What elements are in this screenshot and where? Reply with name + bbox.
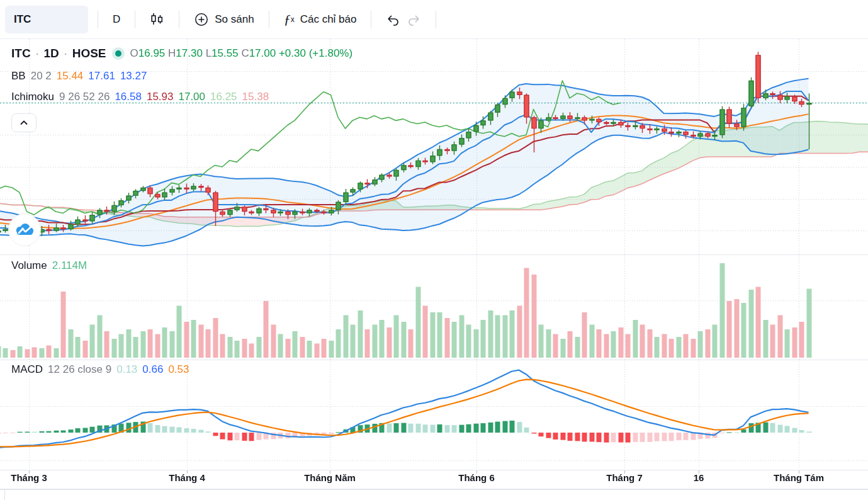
toolbar-divider bbox=[371, 11, 371, 28]
time-axis-label: Tháng Năm bbox=[304, 472, 356, 483]
time-axis-label: 16 bbox=[694, 472, 704, 483]
volume-value: 2.114M bbox=[52, 259, 87, 272]
symbol-legend-row[interactable]: ITC · 1D · HOSE O16.95 H17.30 L15.55 C17… bbox=[11, 47, 352, 60]
ichimoku-name: Ichimoku bbox=[11, 91, 54, 103]
bb-lower-value: 13.27 bbox=[120, 70, 147, 82]
compare-label: So sánh bbox=[215, 13, 254, 26]
time-axis-label: Tháng 7 bbox=[606, 472, 643, 483]
macd-signal-value: 0.53 bbox=[168, 363, 189, 376]
macd-line-value: 0.66 bbox=[142, 363, 163, 376]
time-axis-label: Tháng 3 bbox=[11, 472, 47, 483]
bb-params: 20 2 bbox=[31, 70, 52, 82]
fx-icon: ƒx bbox=[284, 13, 295, 26]
bb-name: BB bbox=[11, 70, 26, 82]
ohlc-values: O16.95 H17.30 L15.55 C17.00 +0.30 (+1.80… bbox=[130, 47, 353, 60]
symbol-search-button[interactable]: ITC bbox=[5, 6, 88, 33]
macd-name: MACD bbox=[11, 363, 43, 376]
redo-button[interactable] bbox=[403, 8, 426, 31]
toolbar: ITC D So sánh ƒx Cá bbox=[0, 0, 868, 39]
macd-histogram-value: 0.13 bbox=[116, 363, 137, 376]
toolbar-divider bbox=[98, 11, 98, 28]
bottom-divider bbox=[4, 490, 5, 500]
ichimoku-leada-value: 16.25 bbox=[210, 91, 237, 103]
collapse-legend-button[interactable] bbox=[11, 113, 37, 132]
cloud-chart-logo-icon bbox=[14, 221, 35, 239]
symbol-label: ITC bbox=[14, 13, 31, 26]
change-value: +0.30 (+1.80%) bbox=[279, 47, 352, 59]
broker-logo-button[interactable] bbox=[8, 213, 41, 246]
trading-chart-app: ITC D So sánh ƒx Cá bbox=[0, 0, 868, 500]
undo-button[interactable] bbox=[381, 8, 403, 31]
bb-legend-row[interactable]: BB 20 2 15.44 17.61 13.27 bbox=[11, 70, 147, 82]
toolbar-divider bbox=[179, 11, 179, 28]
chart-style-button[interactable] bbox=[145, 8, 169, 30]
bottom-strip bbox=[0, 489, 868, 500]
volume-name: Volume bbox=[11, 259, 47, 272]
macd-legend-row[interactable]: MACD 12 26 close 9 0.13 0.66 0.53 bbox=[11, 363, 189, 376]
interval-button[interactable]: D bbox=[108, 9, 125, 30]
bb-upper-value: 17.61 bbox=[88, 70, 115, 82]
compare-button[interactable]: So sánh bbox=[189, 8, 259, 31]
market-status-dot[interactable] bbox=[115, 50, 121, 57]
undo-icon bbox=[385, 12, 400, 27]
interval-label: D bbox=[113, 13, 120, 26]
plus-circle-icon bbox=[194, 12, 209, 27]
chevron-up-icon bbox=[19, 118, 29, 128]
toolbar-divider bbox=[269, 11, 269, 28]
ichimoku-lagging-value: 17.00 bbox=[178, 91, 205, 103]
bb-basis-value: 15.44 bbox=[57, 70, 84, 82]
ichimoku-conversion-value: 16.58 bbox=[115, 91, 142, 103]
symbol-title: ITC · 1D · HOSE bbox=[11, 47, 106, 60]
redo-icon bbox=[407, 12, 422, 27]
ichimoku-leadb-value: 15.38 bbox=[242, 91, 269, 103]
time-axis-label: Tháng 6 bbox=[458, 472, 495, 483]
indicators-button[interactable]: ƒx Các chỉ báo bbox=[279, 9, 362, 30]
indicators-label: Các chỉ báo bbox=[300, 13, 357, 26]
ichimoku-base-value: 15.93 bbox=[147, 91, 174, 103]
time-axis-label: Tháng 4 bbox=[169, 472, 205, 483]
toolbar-divider bbox=[135, 11, 135, 28]
macd-params: 12 26 close 9 bbox=[48, 363, 111, 376]
candlestick-style-icon bbox=[150, 12, 164, 26]
ichimoku-params: 9 26 52 26 bbox=[59, 91, 110, 103]
ichimoku-legend-row[interactable]: Ichimoku 9 26 52 26 16.58 15.93 17.00 16… bbox=[11, 91, 269, 103]
toolbar-divider bbox=[436, 11, 436, 28]
volume-legend-row[interactable]: Volume 2.114M bbox=[11, 259, 87, 272]
time-axis-label: Tháng Tám bbox=[774, 472, 824, 483]
time-axis[interactable]: Tháng 3Tháng 4Tháng NămTháng 6Tháng 716T… bbox=[0, 470, 868, 489]
